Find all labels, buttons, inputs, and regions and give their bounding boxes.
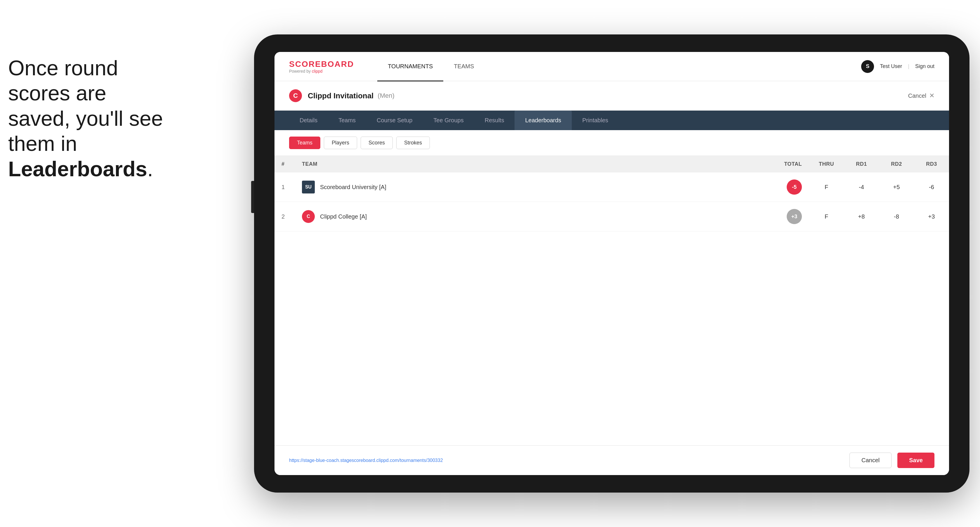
tab-results[interactable]: Results: [474, 111, 515, 130]
tab-tee-groups[interactable]: Tee Groups: [423, 111, 474, 130]
team-name-2: C Clippd College [A]: [295, 202, 768, 232]
desc-line4: them in: [8, 132, 77, 155]
rd2-2: -8: [879, 202, 914, 232]
team-logo-1: SU: [302, 181, 315, 194]
tournament-title: Clippd Invitational: [308, 91, 374, 100]
tab-printables[interactable]: Printables: [572, 111, 619, 130]
filter-strokes-btn[interactable]: Strokes: [396, 137, 430, 149]
thru-2: F: [809, 202, 844, 232]
thru-1: F: [809, 173, 844, 202]
desc-line3: saved, you'll see: [8, 107, 163, 130]
tab-course-setup[interactable]: Course Setup: [366, 111, 423, 130]
left-description: Once round scores are saved, you'll see …: [8, 56, 207, 181]
tablet-screen: SCOREBOARD Powered by clippd TOURNAMENTS…: [275, 52, 949, 475]
footer: https://stage-blue-coach.stagescoreboard…: [275, 445, 949, 475]
desc-line5-bold: Leaderboards: [8, 157, 147, 181]
score-badge-2: +3: [787, 209, 802, 224]
col-rd1: RD1: [844, 156, 879, 173]
col-rd2: RD2: [879, 156, 914, 173]
tab-details[interactable]: Details: [289, 111, 328, 130]
user-avatar: S: [861, 60, 874, 73]
nav-tournaments[interactable]: TOURNAMENTS: [377, 52, 443, 81]
logo-board: BOARD: [321, 60, 354, 68]
tournament-cancel-btn[interactable]: Cancel ✕: [908, 92, 934, 100]
col-rd3: RD3: [914, 156, 949, 173]
footer-buttons: Cancel Save: [850, 452, 934, 468]
nav-right: S Test User | Sign out: [861, 60, 934, 73]
content-area: C Clippd Invitational (Men) Cancel ✕ Det…: [275, 81, 949, 475]
rank-1: 1: [275, 173, 295, 202]
rd1-2: +8: [844, 202, 879, 232]
table-row: 2 C Clippd College [A] +3: [275, 202, 949, 232]
nav-teams[interactable]: TEAMS: [443, 52, 484, 81]
tournament-icon: C: [289, 89, 302, 102]
table-body: 1 SU Scoreboard University [A] -5: [275, 173, 949, 232]
leaderboard-table: # TEAM TOTAL THRU RD1 RD2 RD3 1: [275, 156, 949, 232]
filter-row: Teams Players Scores Strokes: [275, 130, 949, 156]
total-2: +3: [768, 202, 809, 232]
pipe-separator: |: [908, 63, 909, 70]
sub-nav: Details Teams Course Setup Tee Groups Re…: [275, 111, 949, 130]
table-row: 1 SU Scoreboard University [A] -5: [275, 173, 949, 202]
logo-area: SCOREBOARD Powered by clippd: [289, 60, 354, 73]
footer-url: https://stage-blue-coach.stagescoreboard…: [289, 458, 443, 463]
sign-out-link[interactable]: Sign out: [915, 63, 934, 70]
nav-items: TOURNAMENTS TEAMS: [377, 52, 861, 81]
logo-scoreboard: SCOREBOARD: [289, 60, 354, 69]
col-rank: #: [275, 156, 295, 173]
rd3-2: +3: [914, 202, 949, 232]
rd1-1: -4: [844, 173, 879, 202]
filter-scores-btn[interactable]: Scores: [361, 137, 393, 149]
filter-teams-btn[interactable]: Teams: [289, 137, 320, 149]
tournament-subtitle: (Men): [377, 92, 394, 100]
tablet-device: SCOREBOARD Powered by clippd TOURNAMENTS…: [254, 35, 969, 492]
rd2-1: +5: [879, 173, 914, 202]
footer-save-btn[interactable]: Save: [897, 452, 934, 468]
cancel-x-icon: ✕: [929, 92, 934, 100]
col-total: TOTAL: [768, 156, 809, 173]
team-logo-2: C: [302, 210, 315, 223]
filter-players-btn[interactable]: Players: [324, 137, 357, 149]
tournament-header: C Clippd Invitational (Men) Cancel ✕: [275, 81, 949, 111]
top-nav: SCOREBOARD Powered by clippd TOURNAMENTS…: [275, 52, 949, 81]
tab-teams[interactable]: Teams: [328, 111, 366, 130]
logo-powered: Powered by clippd: [289, 69, 354, 73]
rank-2: 2: [275, 202, 295, 232]
desc-line2: scores are: [8, 81, 106, 105]
leaderboard-table-container: # TEAM TOTAL THRU RD1 RD2 RD3 1: [275, 156, 949, 445]
desc-line5-end: .: [147, 157, 153, 181]
rd3-1: -6: [914, 173, 949, 202]
score-badge-1: -5: [787, 179, 802, 195]
col-thru: THRU: [809, 156, 844, 173]
total-1: -5: [768, 173, 809, 202]
desc-line1: Once round: [8, 56, 118, 80]
team-name-1: SU Scoreboard University [A]: [295, 173, 768, 202]
tab-leaderboards[interactable]: Leaderboards: [514, 111, 571, 130]
user-name: Test User: [880, 63, 902, 70]
col-team: TEAM: [295, 156, 768, 173]
footer-cancel-btn[interactable]: Cancel: [850, 452, 891, 468]
leaderboard-content: Teams Players Scores Strokes # TEAM TOTA…: [275, 130, 949, 445]
table-header: # TEAM TOTAL THRU RD1 RD2 RD3: [275, 156, 949, 173]
